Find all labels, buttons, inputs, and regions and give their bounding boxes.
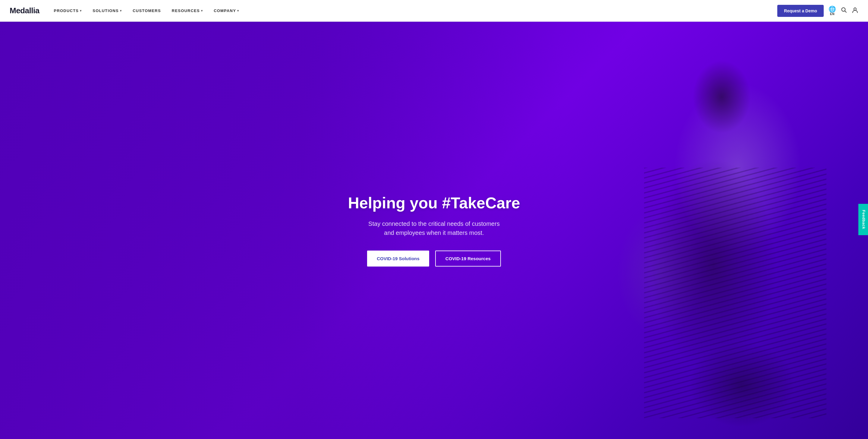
globe-icon: 🌐 (829, 6, 836, 12)
hero-section: Helping you #TakeCare Stay connected to … (0, 22, 868, 439)
site-header: Medallia PRODUCTS ▾ SOLUTIONS ▾ CUSTOMER… (0, 0, 868, 22)
chevron-down-icon: ▾ (201, 9, 203, 12)
svg-point-2 (854, 8, 856, 10)
search-icon[interactable] (841, 7, 847, 14)
svg-line-1 (845, 11, 846, 13)
chevron-down-icon: ▾ (120, 9, 122, 12)
feedback-tab[interactable]: Feedback (859, 204, 868, 235)
chevron-down-icon: ▾ (80, 9, 82, 12)
nav-resources[interactable]: RESOURCES ▾ (172, 8, 203, 13)
hero-title: Helping you #TakeCare (348, 194, 520, 212)
chevron-down-icon: ▾ (237, 9, 239, 12)
hero-subtitle: Stay connected to the critical needs of … (348, 219, 520, 237)
header-actions: Request a Demo 🌐 EN (777, 5, 858, 17)
nav-customers[interactable]: CUSTOMERS (133, 8, 161, 13)
nav-company[interactable]: COMPANY ▾ (214, 8, 239, 13)
request-demo-button[interactable]: Request a Demo (777, 5, 824, 17)
user-icon[interactable] (852, 7, 858, 15)
main-nav: PRODUCTS ▾ SOLUTIONS ▾ CUSTOMERS RESOURC… (54, 8, 778, 13)
covid-solutions-button[interactable]: COVID-19 Solutions (367, 251, 429, 266)
hero-buttons: COVID-19 Solutions COVID-19 Resources (348, 251, 520, 266)
svg-point-0 (842, 8, 845, 11)
site-logo[interactable]: Medallia (10, 6, 39, 16)
nav-solutions[interactable]: SOLUTIONS ▾ (93, 8, 122, 13)
nav-products[interactable]: PRODUCTS ▾ (54, 8, 82, 13)
covid-resources-button[interactable]: COVID-19 Resources (435, 251, 501, 266)
language-selector[interactable]: 🌐 EN (829, 6, 836, 16)
hero-content: Helping you #TakeCare Stay connected to … (342, 194, 526, 267)
